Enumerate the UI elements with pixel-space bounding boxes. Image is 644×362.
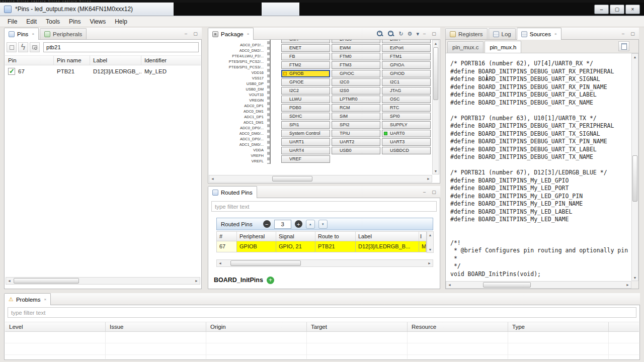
package-pin-label[interactable]: USB0_DM [208, 86, 264, 92]
package-canvas[interactable]: ADC0_DP2/...ADC0_DM2/...PTE4/LLWU_P2/...… [208, 40, 440, 184]
horizontal-scrollbar[interactable] [209, 175, 432, 183]
peripheral-block[interactable]: I2S0 [332, 87, 380, 95]
column-header-label[interactable]: Label [356, 232, 419, 241]
package-pin-label[interactable]: VREFL [208, 158, 264, 164]
peripheral-block[interactable]: LPTMR0 [332, 96, 380, 103]
package-pin-label[interactable]: PTE6/SPI1_PCS3/... [208, 64, 264, 70]
peripheral-block[interactable]: EWM [332, 44, 380, 52]
vertical-scrollbar[interactable] [427, 231, 434, 253]
problems-column-header[interactable]: Origin [206, 322, 307, 331]
routed-pin-signal-cell[interactable]: GPIO, 21 [276, 241, 315, 252]
scrollbar-thumb[interactable] [632, 155, 637, 202]
peripheral-block[interactable]: USBDCD [382, 147, 431, 154]
scroll-left-icon[interactable] [446, 282, 453, 288]
checked-checkbox-icon[interactable] [8, 68, 15, 75]
peripheral-block[interactable]: ENET [281, 44, 330, 52]
peripheral-block[interactable]: SDHC [281, 113, 330, 120]
peripheral-block[interactable]: FTM1 [382, 53, 431, 60]
scroll-up-icon[interactable] [632, 54, 638, 60]
peripheral-block[interactable]: SUPPLY [382, 121, 431, 129]
add-function-button[interactable] [267, 277, 274, 284]
maximize-view-icon[interactable] [629, 31, 636, 37]
column-header-pin-name[interactable]: Pin name [54, 56, 90, 65]
close-tab-icon[interactable] [554, 32, 557, 36]
minimize-view-icon[interactable] [421, 189, 428, 196]
expand-button[interactable] [318, 220, 328, 229]
package-pin-label[interactable]: VREFH [208, 153, 264, 158]
problems-column-header[interactable]: Resource [408, 322, 508, 331]
maximize-view-icon[interactable] [192, 31, 199, 37]
package-pin-label[interactable]: ADC1_DP0/... [208, 136, 264, 142]
package-pin-label[interactable]: VSS17 [208, 75, 264, 81]
scrollbar-track[interactable] [223, 260, 426, 266]
peripheral-block[interactable]: LLWU [281, 96, 330, 103]
scroll-left-icon[interactable] [217, 260, 223, 266]
scrollbar-track[interactable] [216, 175, 425, 182]
peripheral-block[interactable]: RCM [332, 104, 380, 112]
scroll-right-icon[interactable] [193, 278, 200, 284]
peripheral-block[interactable]: DAC0 [332, 40, 380, 43]
peripheral-block[interactable]: RTC [382, 104, 431, 112]
package-pin-label[interactable]: ADC0_DP0/... [208, 125, 264, 131]
scrollbar-track[interactable] [433, 46, 439, 168]
window-maximize-button[interactable] [610, 5, 624, 14]
peripheral-block[interactable]: FTM0 [332, 53, 380, 60]
peripheral-block[interactable]: GPIOD [382, 70, 431, 77]
settings-gear-icon[interactable] [408, 31, 413, 37]
peripheral-block[interactable]: USB0 [332, 147, 380, 154]
remove-pin-button[interactable] [263, 220, 271, 228]
peripheral-block[interactable]: I2C2 [281, 87, 330, 95]
close-tab-icon[interactable] [44, 298, 46, 302]
scroll-down-icon[interactable] [632, 275, 638, 281]
problems-column-header[interactable]: Target [307, 322, 408, 331]
scrollbar-track[interactable] [453, 282, 624, 288]
tab-sources[interactable]: Sources [517, 28, 561, 40]
scroll-up-icon[interactable] [433, 40, 439, 46]
peripheral-block[interactable]: FTM3 [332, 61, 380, 69]
tab-log[interactable]: Log [489, 28, 516, 39]
package-pin-label[interactable]: ADC0_DP2/... [208, 42, 264, 48]
zoom-in-icon[interactable] [376, 30, 383, 37]
scrollbar-thumb[interactable] [230, 260, 301, 266]
package-pin-label[interactable]: VDDA [208, 147, 264, 153]
peripheral-block[interactable]: JTAG [382, 87, 431, 95]
peripheral-block[interactable]: SPI0 [382, 113, 431, 120]
scroll-right-icon[interactable] [624, 282, 631, 288]
tab-problems[interactable]: Problems [4, 293, 51, 305]
peripheral-block[interactable]: CMT [281, 40, 330, 43]
routed-pin-route-to-cell[interactable]: PTB21 [315, 241, 356, 252]
horizontal-scrollbar[interactable] [6, 277, 200, 285]
vertical-scrollbar[interactable] [432, 40, 439, 174]
scroll-right-icon[interactable] [426, 260, 433, 266]
window-close-button[interactable] [625, 5, 640, 14]
tab-registers[interactable]: Registers [445, 28, 488, 39]
minimize-view-icon[interactable] [619, 31, 627, 37]
package-pin-label[interactable]: VDD16 [208, 70, 264, 75]
menu-item[interactable]: Edit [22, 17, 41, 27]
peripheral-block[interactable]: GPIOB [281, 70, 330, 77]
package-pin-label[interactable]: USB0_DP [208, 81, 264, 86]
menu-item[interactable]: Pins [64, 17, 85, 27]
scrollbar-track[interactable] [13, 278, 193, 284]
routed-pin-peripheral-cell[interactable]: GPIOB [237, 241, 276, 252]
column-header-route-to[interactable]: Route to [315, 232, 356, 241]
tab-pin-mux-c[interactable]: pin_mux.c [447, 41, 484, 53]
pins-toolbar-button-1[interactable] [7, 42, 17, 52]
peripheral-block[interactable]: VREF [281, 155, 330, 163]
scrollbar-thumb[interactable] [14, 278, 79, 284]
column-header-number[interactable]: # [217, 232, 237, 241]
tab-package[interactable]: Package [208, 28, 254, 40]
peripheral-block[interactable]: SPI2 [332, 121, 380, 129]
column-header-peripheral[interactable]: Peripheral [237, 232, 276, 241]
peripheral-block[interactable]: I2C0 [332, 78, 380, 86]
horizontal-scrollbar[interactable] [216, 259, 433, 267]
scrollbar-thumb[interactable] [483, 282, 531, 288]
pin-table-row[interactable]: 67 PTB21 D12[3]/LEDRGB_... My_LED [5, 65, 201, 77]
peripheral-block[interactable]: UART3 [382, 138, 431, 146]
tab-peripherals[interactable]: Peripherals [40, 28, 87, 39]
peripheral-block[interactable]: FB [281, 53, 330, 60]
function-group-label[interactable]: BOARD_InitPins [214, 277, 263, 284]
menu-item[interactable]: Views [85, 17, 110, 27]
peripheral-block[interactable]: GPIOC [332, 70, 380, 77]
package-pin-label[interactable]: ADC0_DM1 [208, 109, 264, 114]
